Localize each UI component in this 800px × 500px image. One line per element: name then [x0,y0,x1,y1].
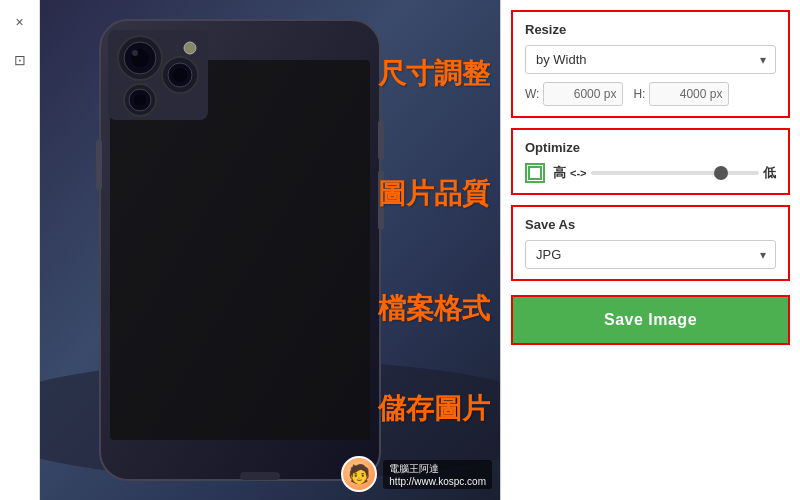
dimension-row: W: H: [525,82,776,106]
save-image-button[interactable]: Save Image [511,295,790,345]
svg-rect-18 [96,140,102,190]
quality-low-label: 低 [763,164,776,182]
quality-high-label: 高 [553,164,566,182]
save-as-section: Save As JPG PNG WEBP GIF ▾ [511,205,790,281]
svg-rect-19 [240,472,280,480]
svg-point-15 [184,42,196,54]
optimize-title: Optimize [525,140,776,155]
right-panel: Resize by Width by Height by Percentage … [500,0,800,500]
quality-slider-container: 高 <-> 低 [553,164,776,182]
watermark-avatar: 🧑 [341,456,377,492]
format-select-wrapper: JPG PNG WEBP GIF ▾ [525,240,776,269]
label-format: 檔案格式 [378,290,490,328]
width-input[interactable] [543,82,623,106]
save-as-title: Save As [525,217,776,232]
svg-point-14 [134,94,146,106]
quality-slider[interactable] [591,171,759,175]
left-panel: × ⊡ [0,0,500,500]
image-container: 尺寸調整 圖片品質 檔案格式 儲存圖片 [40,0,500,500]
height-label: H: [633,87,645,101]
height-field: H: [633,82,729,106]
main-layout: × ⊡ [0,0,800,500]
toolbar: × ⊡ [0,0,40,500]
svg-point-11 [173,68,187,82]
resize-title: Resize [525,22,776,37]
format-select[interactable]: JPG PNG WEBP GIF [525,240,776,269]
crop-icon[interactable]: ⊡ [6,46,34,74]
resize-method-wrapper: by Width by Height by Percentage Custom … [525,45,776,74]
quality-sep: <-> [570,167,587,179]
height-input[interactable] [649,82,729,106]
width-field: W: [525,82,623,106]
watermark-text: 電腦王阿達 http://www.kospc.com [383,460,492,489]
svg-rect-16 [378,120,384,160]
optimize-row: 高 <-> 低 [525,163,776,183]
label-resize: 尺寸調整 [378,55,490,93]
resize-method-select[interactable]: by Width by Height by Percentage Custom [525,45,776,74]
quality-checkbox[interactable] [525,163,545,183]
svg-rect-20 [529,167,541,179]
width-label: W: [525,87,539,101]
watermark: 🧑 電腦王阿達 http://www.kospc.com [341,456,492,492]
svg-point-8 [132,50,138,56]
label-quality: 圖片品質 [378,175,490,213]
close-icon[interactable]: × [6,8,34,36]
resize-section: Resize by Width by Height by Percentage … [511,10,790,118]
optimize-section: Optimize 高 <-> 低 [511,128,790,195]
label-save: 儲存圖片 [378,390,490,428]
